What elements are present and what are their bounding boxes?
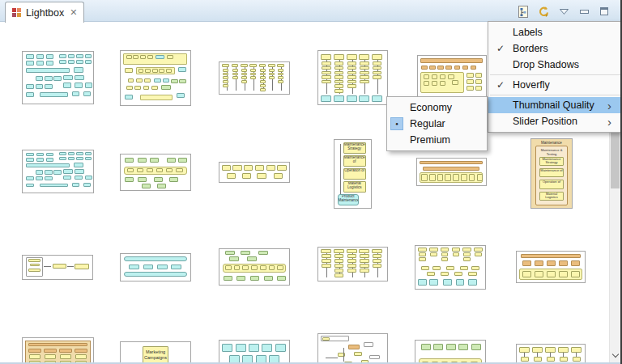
diagram-box	[59, 152, 66, 155]
diagram-box	[26, 54, 34, 59]
diagram-box	[334, 54, 344, 60]
diagram-box	[145, 69, 151, 73]
diagram-box	[232, 64, 239, 67]
diagram-box	[334, 80, 343, 84]
diagram-line	[343, 348, 344, 361]
thumbnail[interactable]	[415, 340, 486, 364]
thumbnail[interactable]	[416, 158, 487, 186]
diagram-box	[83, 183, 92, 187]
diagram-box	[471, 344, 481, 351]
diagram-box	[260, 84, 266, 87]
tab-lightbox[interactable]: Lightbox ✕	[5, 2, 84, 23]
diagram-box	[559, 271, 568, 277]
thumbnail[interactable]	[317, 50, 388, 105]
thumbnail[interactable]	[417, 55, 487, 97]
diagram-box	[142, 184, 151, 188]
thumbnail[interactable]	[516, 344, 586, 364]
diagram-box	[322, 259, 330, 263]
diagram-box	[519, 347, 530, 353]
refresh-icon[interactable]	[537, 5, 550, 18]
diagram-box	[178, 67, 186, 72]
maximize-icon[interactable]	[598, 5, 611, 18]
diagram-box	[36, 176, 44, 180]
thumbnail[interactable]	[120, 253, 191, 281]
diagram-box	[251, 265, 258, 270]
diagram-box	[257, 173, 266, 179]
thumbnail[interactable]	[120, 154, 191, 191]
thumbnail[interactable]	[219, 248, 290, 286]
diagram-page-icon[interactable]	[517, 5, 530, 18]
diagram-box	[334, 89, 343, 93]
diagram-box	[249, 64, 257, 67]
diagram-box	[347, 66, 356, 70]
diagram-line	[326, 358, 338, 358]
submenu-item-regular[interactable]: ●Regular	[387, 116, 487, 132]
thumbnail[interactable]	[317, 247, 388, 281]
submenu-item-economy[interactable]: Economy	[387, 99, 487, 116]
thumbnail[interactable]	[219, 162, 290, 183]
diagram-box	[334, 264, 343, 268]
diagram-box	[143, 265, 154, 269]
diagram-box	[347, 254, 356, 258]
diagram-box	[418, 279, 426, 285]
diagram-box	[373, 71, 381, 75]
chevron-down-icon	[611, 350, 618, 357]
menu-item-labels[interactable]: Labels	[488, 24, 622, 40]
diagram-box	[151, 86, 158, 90]
diagram-box	[571, 260, 580, 266]
thumbnail[interactable]: Marketing Campaigns	[120, 341, 191, 364]
scrollbar-thumb[interactable]	[611, 132, 620, 188]
thumbnail[interactable]	[516, 251, 586, 283]
diagram-box	[322, 71, 330, 75]
view-menu-icon[interactable]	[557, 5, 570, 18]
diagram-box	[432, 81, 438, 86]
menu-item-borders[interactable]: ✓Borders	[488, 40, 622, 57]
diagram-box	[521, 254, 581, 258]
thumbnail[interactable]	[22, 337, 94, 364]
diagram-box	[347, 75, 356, 79]
diagram-box	[420, 58, 482, 63]
diagram-box	[456, 279, 464, 285]
menu-item-thumbnail-quality[interactable]: Thumbnail Quality›	[488, 97, 622, 113]
thumbnail[interactable]	[120, 50, 191, 106]
thumbnail[interactable]	[22, 51, 94, 104]
diagram-box	[76, 60, 83, 64]
diagram-box	[348, 345, 360, 349]
close-icon[interactable]: ✕	[70, 7, 77, 18]
thumbnail[interactable]: Maintenance StrategyMaintenance ofOperat…	[334, 139, 372, 209]
diagram-box	[359, 95, 369, 101]
menu-item-slider-position[interactable]: Slider Position›	[488, 113, 622, 129]
diagram-box	[334, 84, 343, 88]
diagram-box	[222, 165, 231, 171]
thumbnail[interactable]	[317, 333, 388, 364]
diagram-line	[340, 144, 341, 194]
diagram-box	[418, 248, 426, 252]
thumbnail[interactable]	[219, 61, 290, 95]
diagram-box	[334, 259, 343, 263]
thumbnail[interactable]	[22, 255, 93, 280]
submenu-item-premium[interactable]: Premium	[387, 132, 487, 148]
menu-separator	[490, 95, 621, 95]
diagram-box	[535, 271, 543, 277]
diagram-box	[469, 174, 475, 181]
minimize-icon[interactable]	[577, 5, 590, 18]
thumbnail[interactable]: MaintenanceMaintenance & TestingMaintena…	[530, 138, 573, 209]
diagram-label: Operation of	[343, 168, 366, 179]
scroll-down-button[interactable]	[610, 349, 620, 361]
diagram-box	[241, 73, 247, 76]
diagram-box	[260, 69, 266, 72]
menu-item-label: Thumbnail Quality	[488, 99, 594, 111]
menu-item-drop-shadows[interactable]: Drop Shadows	[488, 57, 622, 73]
thumbnail[interactable]	[22, 150, 94, 193]
diagram-box	[446, 266, 454, 270]
diagram-box	[437, 174, 444, 181]
diagram-box	[234, 265, 241, 270]
diagram-box	[26, 176, 34, 180]
diagram-box	[347, 269, 356, 273]
diagram-box	[72, 91, 80, 96]
diagram-box	[241, 80, 247, 83]
menu-item-hoverfly[interactable]: ✓Hoverfly	[488, 77, 622, 93]
diagram-line	[537, 353, 538, 357]
thumbnail[interactable]	[415, 245, 486, 290]
thumbnail[interactable]	[219, 340, 290, 364]
